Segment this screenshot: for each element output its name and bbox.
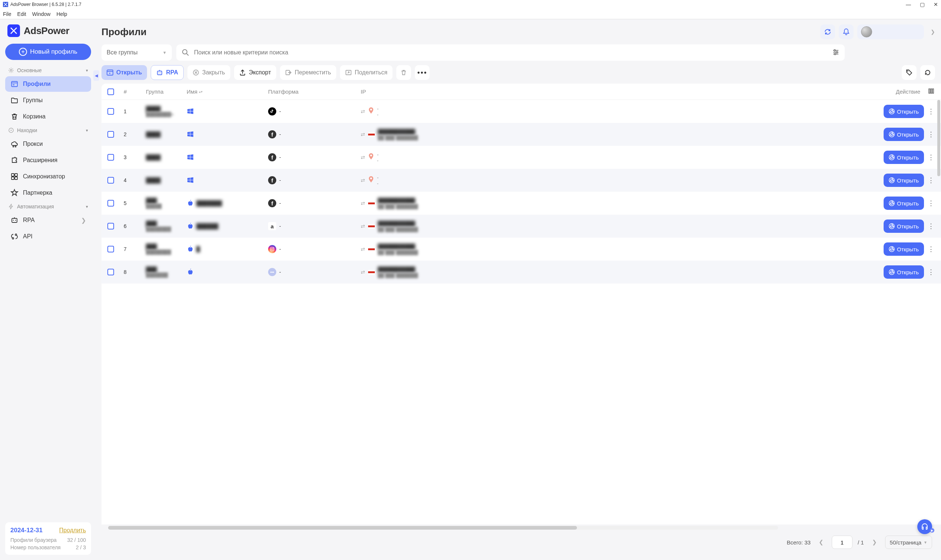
- row-ip: ⇄█████████████ ███ ███████: [357, 129, 442, 140]
- sidebar-item-folder[interactable]: Группы: [5, 92, 91, 108]
- row-open-button[interactable]: Открыть: [884, 242, 924, 256]
- row-open-button[interactable]: Открыть: [884, 265, 924, 279]
- row-open-button[interactable]: Открыть: [884, 128, 924, 141]
- toolbar-tags-button[interactable]: [902, 65, 916, 80]
- chevron-right-icon[interactable]: ❯: [931, 29, 935, 35]
- row-checkbox[interactable]: [108, 108, 114, 115]
- search-icon: [182, 48, 189, 57]
- sidebar-section-main[interactable]: Основные ▾: [5, 65, 91, 75]
- sidebar-item-star[interactable]: Партнерка: [5, 185, 91, 201]
- sidebar-footer: 2024-12-31 Продлить Профили браузера 32 …: [5, 522, 91, 555]
- toolbar-rpa-button[interactable]: RPA: [151, 65, 184, 80]
- row-more-button[interactable]: ⋮: [928, 222, 934, 230]
- row-group: ████: [142, 177, 183, 183]
- vertical-scrollbar[interactable]: [937, 100, 940, 525]
- svg-point-12: [13, 220, 14, 221]
- next-page-button[interactable]: ❯: [869, 537, 880, 547]
- horizontal-scrollbar[interactable]: [108, 526, 778, 530]
- toolbar-more-button[interactable]: •••: [415, 65, 430, 80]
- sidebar-collapse-button[interactable]: ◀: [93, 70, 99, 81]
- row-checkbox[interactable]: [108, 177, 114, 183]
- row-open-button[interactable]: Открыть: [884, 174, 924, 187]
- menubar: File Edit Window Help: [0, 9, 941, 19]
- sidebar-item-rpa[interactable]: RPA❯: [5, 212, 91, 228]
- toolbar-close-button[interactable]: Закрыть: [187, 65, 230, 80]
- menu-window[interactable]: Window: [32, 11, 51, 17]
- cloud-icon: [10, 140, 18, 148]
- menu-help[interactable]: Help: [56, 11, 67, 17]
- row-open-button[interactable]: Открыть: [884, 151, 924, 164]
- th-group[interactable]: Группа: [142, 88, 183, 95]
- row-more-button[interactable]: ⋮: [928, 153, 934, 162]
- row-checkbox[interactable]: [108, 269, 114, 275]
- row-checkbox[interactable]: [108, 200, 114, 206]
- chevron-down-icon: ▼: [163, 50, 166, 55]
- sidebar-section-find[interactable]: Находки ▾: [5, 125, 91, 135]
- prev-page-button[interactable]: ❮: [816, 537, 827, 547]
- toolbar-share-button[interactable]: Поделиться: [340, 65, 393, 80]
- sidebar-section-auto[interactable]: Автоматизация ▾: [5, 202, 91, 212]
- search-settings-icon[interactable]: [832, 48, 839, 57]
- toolbar-delete-button[interactable]: [396, 65, 411, 80]
- row-checkbox[interactable]: [108, 246, 114, 252]
- row-checkbox[interactable]: [108, 223, 114, 229]
- th-platform[interactable]: Платформа: [265, 88, 357, 95]
- row-more-button[interactable]: ⋮: [928, 176, 934, 184]
- svg-rect-30: [932, 89, 933, 93]
- sidebar-item-label: Партнерка: [23, 189, 52, 196]
- svg-point-22: [159, 72, 159, 73]
- toolbar-reload-button[interactable]: [920, 65, 935, 80]
- row-more-button[interactable]: ⋮: [928, 107, 934, 115]
- menu-file[interactable]: File: [3, 11, 11, 17]
- group-select[interactable]: Все группы ▼: [102, 45, 172, 61]
- notifications-button[interactable]: [839, 25, 853, 39]
- row-more-button[interactable]: ⋮: [928, 130, 934, 138]
- row-more-button[interactable]: ⋮: [928, 199, 934, 207]
- row-num: 3: [120, 154, 142, 160]
- row-more-button[interactable]: ⋮: [928, 268, 934, 276]
- search-input[interactable]: [194, 49, 828, 56]
- row-checkbox[interactable]: [108, 154, 114, 161]
- account-button[interactable]: [857, 25, 924, 39]
- sidebar-item-trash[interactable]: Корзина: [5, 109, 91, 125]
- sidebar-item-sync[interactable]: Синхронизатор: [5, 169, 91, 184]
- sidebar-item-api[interactable]: API: [5, 229, 91, 244]
- svg-point-19: [834, 53, 836, 55]
- page-total: / 1: [858, 539, 864, 546]
- apple-icon: [186, 268, 194, 276]
- help-button[interactable]: ▶: [917, 519, 932, 534]
- table-row: 7 ███████████ █ - ⇄█████████████ ███ ███…: [102, 238, 941, 261]
- profiles-table: # Группа Имя▴▾ Платформа IP Действие: [102, 84, 941, 525]
- columns-icon[interactable]: [929, 88, 934, 95]
- th-action: Действие: [864, 88, 938, 95]
- toolbar-move-button[interactable]: Переместить: [280, 65, 336, 80]
- toolbar-export-button[interactable]: Экспорт: [234, 65, 276, 80]
- row-checkbox[interactable]: [108, 131, 114, 138]
- new-profile-button[interactable]: + Новый профиль: [5, 44, 91, 60]
- row-more-button[interactable]: ⋮: [928, 245, 934, 253]
- sidebar-item-puzzle[interactable]: Расширения: [5, 152, 91, 168]
- search-box[interactable]: [176, 45, 845, 61]
- th-ip[interactable]: IP: [357, 88, 442, 95]
- refresh-button[interactable]: [820, 25, 835, 39]
- extend-link[interactable]: Продлить: [59, 527, 86, 534]
- row-open-button[interactable]: Открыть: [884, 220, 924, 233]
- select-all-checkbox[interactable]: [108, 88, 114, 95]
- minimize-button[interactable]: —: [906, 2, 911, 8]
- export-icon: [239, 69, 246, 76]
- plus-icon: +: [19, 48, 27, 56]
- close-button[interactable]: ✕: [933, 2, 938, 8]
- row-open-button[interactable]: Открыть: [884, 197, 924, 210]
- sidebar-item-profiles[interactable]: Профили: [5, 76, 91, 92]
- sidebar-item-cloud[interactable]: Прокси: [5, 136, 91, 152]
- maximize-button[interactable]: ▢: [920, 2, 925, 8]
- th-name[interactable]: Имя▴▾: [183, 88, 265, 95]
- menu-edit[interactable]: Edit: [17, 11, 26, 17]
- page-size-select[interactable]: 50/страница ▼: [885, 535, 932, 549]
- page-input[interactable]: [832, 535, 853, 549]
- toolbar-open-button[interactable]: Открыть: [102, 65, 147, 80]
- row-open-button[interactable]: Открыть: [884, 105, 924, 118]
- gear-icon: [8, 68, 14, 73]
- stat-profiles-value: 32 / 100: [67, 537, 86, 543]
- th-num[interactable]: #: [120, 88, 142, 95]
